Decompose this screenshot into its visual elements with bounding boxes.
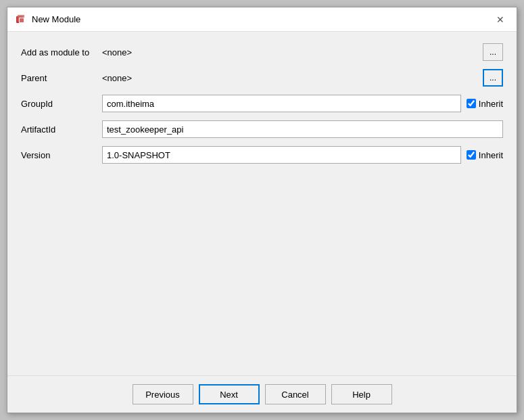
artifact-id-input[interactable] (102, 120, 503, 138)
group-id-label: GroupId (21, 99, 102, 109)
version-field-wrapper: Inherit (102, 146, 503, 164)
version-row: Version Inherit (21, 145, 503, 164)
dialog-title: New Module (32, 14, 80, 24)
module-icon (16, 14, 26, 25)
new-module-dialog: New Module ✕ Add as module to <none> ...… (7, 7, 517, 413)
group-id-inherit-checkbox[interactable] (467, 99, 476, 108)
version-inherit-checkbox[interactable] (467, 150, 476, 160)
help-button[interactable]: Help (331, 384, 392, 404)
group-id-inherit-wrapper: Inherit (467, 99, 503, 109)
title-bar: New Module ✕ (7, 7, 517, 32)
title-bar-left: New Module (16, 14, 80, 25)
add-as-module-value: <none> (102, 47, 477, 57)
next-button[interactable]: Next (199, 384, 260, 404)
artifact-id-label: ArtifactId (21, 124, 102, 135)
previous-button[interactable]: Previous (133, 384, 193, 404)
artifact-id-row: ArtifactId (21, 120, 503, 139)
close-button[interactable]: ✕ (492, 11, 508, 28)
version-inherit-wrapper: Inherit (467, 150, 503, 160)
version-label: Version (21, 150, 102, 160)
version-input[interactable] (102, 146, 461, 164)
parent-label: Parent (21, 73, 102, 83)
group-id-field-wrapper: Inherit (102, 95, 503, 112)
group-id-row: GroupId Inherit (21, 94, 503, 113)
version-inherit-label: Inherit (479, 150, 503, 160)
parent-value: <none> (102, 73, 477, 83)
form-content: Add as module to <none> ... Parent <none… (7, 32, 517, 375)
parent-browse-button[interactable]: ... (483, 69, 503, 87)
add-as-module-label: Add as module to (21, 47, 102, 57)
svg-rect-3 (20, 18, 24, 22)
footer: Previous Next Cancel Help (7, 375, 517, 413)
add-as-module-browse-button[interactable]: ... (483, 43, 503, 61)
group-id-inherit-label: Inherit (479, 99, 503, 109)
cancel-button[interactable]: Cancel (265, 384, 326, 404)
parent-row: Parent <none> ... (21, 68, 503, 87)
group-id-input[interactable] (102, 95, 461, 112)
add-as-module-row: Add as module to <none> ... (21, 43, 503, 62)
